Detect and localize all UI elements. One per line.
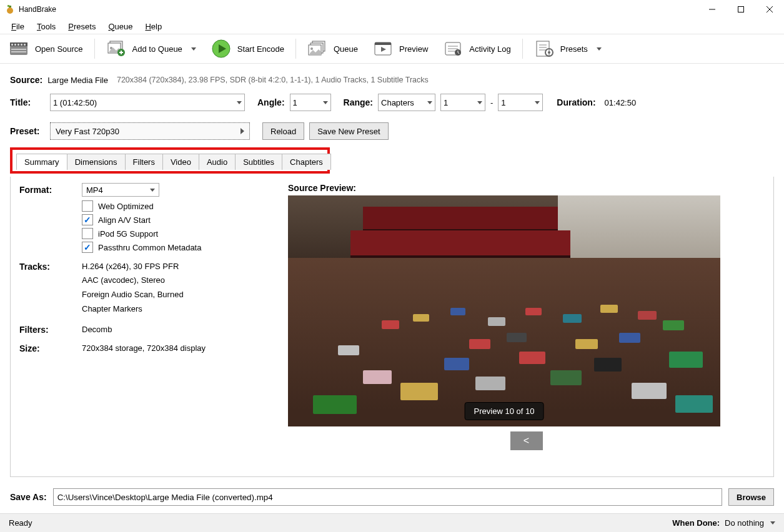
format-select[interactable]: MP4: [82, 183, 159, 197]
chevron-down-icon: [770, 521, 775, 525]
chevron-down-icon[interactable]: [597, 47, 602, 51]
start-encode-button[interactable]: Start Encode: [206, 36, 289, 61]
tab-summary[interactable]: Summary: [16, 154, 67, 170]
duration-value: 01:42:50: [605, 98, 637, 107]
open-source-button[interactable]: Open Source: [4, 36, 88, 61]
menu-file[interactable]: File: [6, 21, 29, 32]
browse-button[interactable]: Browse: [728, 488, 774, 506]
preview-label: Preview: [399, 44, 428, 54]
range-from: 1: [444, 98, 448, 107]
tab-dimensions[interactable]: Dimensions: [67, 154, 126, 170]
range-to-select[interactable]: 1: [498, 94, 543, 111]
preset-value: Very Fast 720p30: [56, 127, 119, 136]
title-value: 1 (01:42:50): [53, 98, 97, 107]
menu-presets[interactable]: Presets: [63, 21, 101, 32]
tab-chapters[interactable]: Chapters: [282, 154, 331, 170]
filters-value: Decomb: [82, 325, 112, 335]
presets-label: Presets: [560, 44, 588, 54]
queue-icon: [307, 39, 327, 59]
preview-button[interactable]: Preview: [368, 36, 433, 61]
close-button[interactable]: [755, 0, 784, 19]
align-av-checkbox[interactable]: Align A/V Start: [82, 214, 269, 225]
activity-log-button[interactable]: Activity Log: [438, 36, 515, 61]
menu-queue[interactable]: Queue: [103, 21, 137, 32]
track-line-2: Foreign Audio Scan, Burned: [82, 290, 269, 299]
svg-rect-10: [14, 44, 16, 46]
source-label: Source:: [10, 75, 42, 85]
tab-video[interactable]: Video: [162, 154, 199, 170]
ipod-checkbox[interactable]: iPod 5G Support: [82, 228, 269, 239]
menubar: File Tools Presets Queue Help: [0, 19, 784, 34]
source-name: Large Media File: [47, 76, 108, 85]
svg-rect-13: [24, 44, 26, 46]
svg-point-43: [548, 51, 550, 54]
preview-prev-button[interactable]: <: [510, 431, 543, 450]
add-queue-button[interactable]: Add to Queue: [101, 36, 201, 61]
svg-rect-15: [11, 51, 26, 52]
film-icon: [9, 39, 29, 59]
queue-label: Queue: [334, 44, 358, 54]
chevron-right-icon: [241, 128, 244, 134]
preview-icon: [373, 39, 393, 59]
range-from-select[interactable]: 1: [440, 94, 485, 111]
track-line-0: H.264 (x264), 30 FPS PFR: [82, 262, 179, 272]
toolbar: Open Source Add to Queue Start Encode Qu…: [0, 34, 784, 64]
filters-label: Filters:: [19, 325, 82, 335]
menu-tools[interactable]: Tools: [32, 21, 61, 32]
svg-rect-14: [11, 49, 26, 50]
queue-button[interactable]: Queue: [302, 36, 363, 61]
range-type-select[interactable]: Chapters: [378, 94, 435, 111]
presets-button[interactable]: Presets: [529, 36, 607, 61]
angle-value: 1: [293, 98, 297, 107]
status-text: Ready: [9, 518, 32, 528]
save-as-input[interactable]: [53, 488, 722, 506]
app-title: HandBrake: [19, 5, 56, 14]
save-as-label: Save As:: [10, 492, 47, 502]
tracks-label: Tracks:: [19, 262, 82, 272]
log-icon: [443, 39, 463, 59]
maximize-button[interactable]: [727, 0, 755, 19]
titlebar: HandBrake: [0, 0, 784, 19]
web-optimized-checkbox[interactable]: Web Optimized: [82, 200, 269, 212]
preset-label: Preset:: [10, 126, 45, 136]
menu-help[interactable]: Help: [140, 21, 167, 32]
svg-rect-4: [738, 7, 744, 12]
source-preview-image[interactable]: Preview 10 of 10: [288, 195, 720, 426]
start-encode-label: Start Encode: [237, 44, 284, 54]
source-info: 720x384 (720x384), 23.98 FPS, SDR (8-bit…: [117, 76, 429, 84]
size-label: Size:: [19, 343, 82, 353]
activity-log-label: Activity Log: [469, 44, 510, 54]
minimize-button[interactable]: [698, 0, 727, 19]
range-dash: -: [490, 98, 493, 107]
tab-subtitles[interactable]: Subtitles: [235, 154, 282, 170]
format-value: MP4: [86, 185, 103, 195]
angle-label: Angle:: [257, 97, 285, 107]
tab-audio[interactable]: Audio: [199, 154, 236, 170]
svg-rect-29: [375, 42, 391, 45]
app-icon: [5, 4, 15, 14]
presets-icon: [534, 39, 554, 59]
format-label: Format:: [19, 185, 82, 195]
svg-point-27: [310, 47, 313, 50]
range-to: 1: [501, 98, 505, 107]
save-new-preset-button[interactable]: Save New Preset: [309, 122, 388, 140]
passthru-checkbox[interactable]: Passthru Common Metadata: [82, 242, 269, 253]
reload-button[interactable]: Reload: [262, 122, 304, 140]
summary-panel: Format: MP4 Web Optimized Align A/V Star…: [10, 177, 774, 477]
duration-label: Duration:: [557, 97, 595, 107]
svg-rect-2: [7, 5, 9, 7]
source-preview-label: Source Preview:: [288, 183, 765, 193]
track-line-1: AAC (avcodec), Stereo: [82, 275, 269, 285]
range-label: Range:: [344, 97, 373, 107]
svg-point-0: [7, 7, 13, 14]
when-done-select[interactable]: Do nothing: [725, 518, 775, 528]
title-select[interactable]: 1 (01:42:50): [50, 94, 245, 111]
preview-badge: Preview 10 of 10: [465, 402, 544, 420]
add-queue-icon: [106, 39, 126, 59]
when-done-label: When Done:: [672, 518, 720, 528]
preset-select[interactable]: Very Fast 720p30: [50, 122, 250, 140]
tab-filters[interactable]: Filters: [125, 154, 163, 170]
angle-select[interactable]: 1: [290, 94, 331, 111]
chevron-down-icon[interactable]: [191, 47, 196, 51]
size-value: 720x384 storage, 720x384 display: [82, 343, 206, 353]
